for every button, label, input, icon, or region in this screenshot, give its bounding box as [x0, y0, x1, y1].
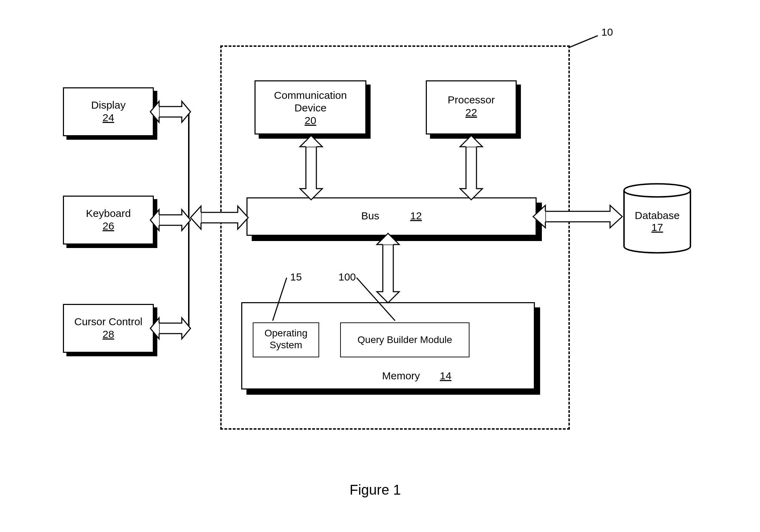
display-label: Display: [64, 99, 153, 111]
cursor-num: 28: [64, 328, 153, 341]
processor-block: Processor 22: [426, 80, 517, 134]
memory-label-row: Memory 14: [382, 370, 451, 382]
os-l2: System: [253, 339, 318, 351]
svg-line-1: [273, 278, 287, 321]
ref-15: 15: [290, 271, 302, 283]
memory-label: Memory: [382, 370, 420, 381]
commdev-num: 20: [256, 114, 365, 127]
ref-100: 100: [338, 271, 356, 283]
memory-num: 14: [440, 370, 451, 381]
commdev-l2: Device: [256, 102, 365, 114]
bus-label: Bus: [361, 210, 379, 221]
svg-line-2: [357, 278, 395, 321]
svg-line-0: [570, 36, 598, 47]
bus-block: Bus 12: [246, 197, 537, 236]
diagram-canvas: 10 Display 24 Keyboard 26 Cursor Control…: [0, 0, 760, 532]
os-l1: Operating: [253, 327, 318, 339]
display-num: 24: [64, 111, 153, 124]
processor-label: Processor: [427, 94, 516, 106]
keyboard-block: Keyboard 26: [63, 196, 154, 245]
qbm-label: Query Builder Module: [358, 334, 452, 345]
display-block: Display 24: [63, 87, 154, 136]
commdev-l1: Communication: [256, 89, 365, 102]
figure-caption: Figure 1: [350, 482, 401, 498]
database-text: Database 17: [619, 210, 696, 233]
bus-num: 12: [410, 210, 422, 221]
commdev-block: Communication Device 20: [254, 80, 366, 134]
keyboard-num: 26: [64, 220, 153, 232]
cursor-label: Cursor Control: [64, 315, 153, 328]
leader-100: [353, 276, 402, 321]
database-num: 17: [619, 221, 696, 233]
ref-10: 10: [601, 26, 613, 38]
keyboard-label: Keyboard: [64, 207, 153, 220]
processor-num: 22: [427, 106, 516, 119]
cursor-block: Cursor Control 28: [63, 304, 154, 353]
os-block: Operating System: [253, 322, 319, 357]
qbm-block: Query Builder Module: [340, 322, 469, 357]
database-label: Database: [619, 210, 696, 221]
